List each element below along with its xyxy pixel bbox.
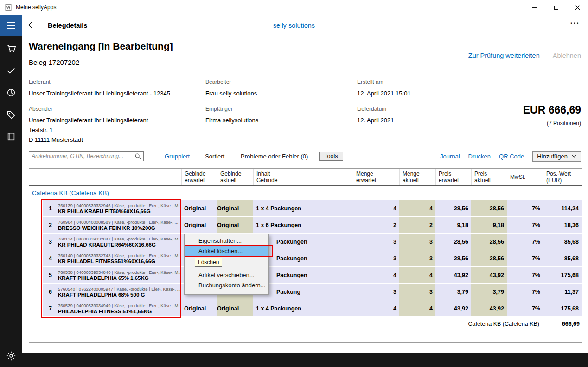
menu-item-artikel-verschieben[interactable]: Artikel verschieben... xyxy=(185,270,268,280)
filter-gruppiert[interactable]: Gruppiert xyxy=(165,153,190,160)
cell-preis-aktuell[interactable]: 28,56 xyxy=(471,250,507,267)
article-description: 760140 | 04000339332748 | Käse, -produkt… xyxy=(56,250,181,267)
menu-item-buchungskonto-aendern[interactable]: Buchungskonto ändern... xyxy=(185,280,268,291)
pie-chart-icon xyxy=(6,88,16,98)
close-button[interactable] xyxy=(567,0,588,15)
app-icon xyxy=(5,4,12,11)
cell-preis-aktuell[interactable]: 3,79 xyxy=(471,284,507,300)
row-number: 2 xyxy=(43,217,56,234)
row-number: 6 xyxy=(43,284,56,300)
hinzufuegen-button[interactable]: Hinzufügen xyxy=(532,151,581,162)
cell-inhalt-gebinde: 1 x 6 Packungen xyxy=(253,217,353,234)
cell-mwst: 7% xyxy=(507,250,543,267)
sidebar-item-einstellungen[interactable] xyxy=(0,347,22,365)
more-button[interactable]: ... xyxy=(570,17,580,26)
footer-group-total: 666,69 xyxy=(544,321,582,327)
cell-menge-aktuell[interactable]: 3 xyxy=(399,284,435,300)
header-gebinde-erwartet: Gebinde erwartet xyxy=(181,169,217,185)
forward-for-review-link[interactable]: Zur Prüfung weiterleiten xyxy=(468,52,540,59)
cell-gebinde-aktuell[interactable]: Original xyxy=(217,300,253,317)
row-gutter xyxy=(29,200,43,217)
group-header[interactable]: Cafeteria KB (Cafeteria KB) xyxy=(29,186,582,200)
sidebar-item-aufgaben[interactable] xyxy=(0,61,22,80)
check-icon xyxy=(6,65,16,76)
chevron-down-icon xyxy=(572,155,576,158)
table-footer: Cafeteria KB (Cafeteria KB) 666,69 xyxy=(29,317,582,331)
reject-link[interactable]: Ablehnen xyxy=(553,52,581,59)
cell-menge-aktuell[interactable]: 2 xyxy=(399,217,435,234)
drucken-link[interactable]: Drucken xyxy=(468,153,491,160)
header-gebinde-aktuell: Gebinde aktuell xyxy=(217,169,253,185)
cell-menge-aktuell[interactable]: 4 xyxy=(399,300,435,317)
field-label: Bearbeiter xyxy=(205,79,257,85)
cell-menge-aktuell[interactable]: 4 xyxy=(399,200,435,217)
footer-group-label: Cafeteria KB (Cafeteria KB) xyxy=(29,321,544,327)
row-number: 4 xyxy=(43,250,56,267)
document-total: EUR 666,69 (7 Positionen) xyxy=(523,104,581,127)
cell-preis-aktuell[interactable]: 9,18 xyxy=(471,217,507,234)
positions-count: (7 Positionen) xyxy=(523,120,581,127)
cell-preis-erwartet: 3,79 xyxy=(435,284,471,300)
table-row[interactable]: 7 760539 | 04000339034949 | Käse, -produ… xyxy=(29,300,582,317)
cell-preis-aktuell[interactable]: 28,56 xyxy=(471,234,507,250)
cell-preis-aktuell[interactable]: 28,56 xyxy=(471,200,507,217)
tools-button[interactable]: Tools xyxy=(319,152,343,161)
field-lieferdatum: Lieferdatum 12. April 2021 xyxy=(357,106,394,125)
cell-preis-aktuell[interactable]: 43,92 xyxy=(471,300,507,317)
field-absender: Absender Unser Trainingslieferant Ihr Li… xyxy=(29,106,148,145)
menu-item-eigenschaften[interactable]: Eigenschaften... xyxy=(185,236,268,246)
cell-pos-wert: 85,68 xyxy=(543,250,582,267)
cell-gebinde-aktuell[interactable]: Original xyxy=(217,200,253,217)
search-input[interactable] xyxy=(32,153,134,159)
absender-line: Unser Trainingslieferant Ihr Lieblingsli… xyxy=(29,115,148,125)
field-label: Erstellt am xyxy=(357,79,411,85)
article-name: KR PHILADEL FITNESS51%60X16,66G xyxy=(58,259,181,264)
cell-menge-aktuell[interactable]: 3 xyxy=(399,234,435,250)
qr-code-link[interactable]: QR Code xyxy=(499,153,524,160)
table-row[interactable]: 5 760538 | 04000339034840 | Käse, -produ… xyxy=(29,267,582,284)
cell-mwst: 7% xyxy=(507,284,543,300)
cell-menge-aktuell[interactable]: 4 xyxy=(399,267,435,284)
cell-pos-wert: 114,24 xyxy=(543,200,582,217)
row-gutter xyxy=(29,267,43,284)
row-number: 3 xyxy=(43,234,56,250)
header-pos-wert: Pos.-Wert (EUR) xyxy=(543,169,582,185)
minimize-icon xyxy=(532,7,537,8)
cell-pos-wert: 85,68 xyxy=(543,234,582,250)
app-window: Meine sellyApps Belegdetails selly solut… xyxy=(0,0,588,367)
sidebar-item-warenkorb[interactable] xyxy=(0,39,22,58)
cell-preis-aktuell[interactable]: 43,92 xyxy=(471,267,507,284)
close-icon xyxy=(575,5,580,10)
table-row[interactable]: 3 760134 | 04000339332847 | Käse, -produ… xyxy=(29,234,582,250)
cell-menge-aktuell[interactable]: 3 xyxy=(399,250,435,267)
search-icon[interactable] xyxy=(134,153,141,159)
filter-sortiert[interactable]: Sortiert xyxy=(205,153,224,160)
article-name: BRESSO WEICHKA FEIN KR 10%200G xyxy=(58,225,181,231)
search-box xyxy=(29,151,144,161)
header-gutter xyxy=(29,169,43,185)
table-row[interactable]: 1 760139 | 04000339332946 | Käse, -produ… xyxy=(29,200,582,217)
table-row[interactable]: 2 760984 | 04000400008589 | Käse, -produ… xyxy=(29,217,582,234)
cart-icon xyxy=(6,44,16,54)
cell-gebinde-aktuell[interactable]: Original xyxy=(217,217,253,234)
menu-item-artikel-loeschen[interactable]: Artikel löschen... xyxy=(185,246,268,256)
minimize-button[interactable] xyxy=(524,0,545,15)
sidebar-item-katalog[interactable] xyxy=(0,127,22,146)
filter-probleme-fehler[interactable]: Probleme oder Fehler (0) xyxy=(241,153,308,160)
field-lieferant: Lieferant Unser Trainingslieferant Ihr L… xyxy=(29,79,170,98)
cell-mwst: 7% xyxy=(507,217,543,234)
article-meta: 760139 | 04000339332946 | Käse, -produkt… xyxy=(58,203,181,208)
article-name: KRAFT PHILADELPHIA 65% 1,65KG xyxy=(58,275,181,281)
field-label: Lieferdatum xyxy=(357,106,394,112)
table-row[interactable]: 6 5760540 | 07622400005947 | Käse, -prod… xyxy=(29,284,582,300)
divider xyxy=(29,72,581,72)
table-row[interactable]: 4 760140 | 04000339332748 | Käse, -produ… xyxy=(29,250,582,267)
journal-link[interactable]: Journal xyxy=(440,153,460,160)
sidebar-item-auswertungen[interactable] xyxy=(0,83,22,102)
cell-inhalt-gebinde: 1 x 4 Packungen xyxy=(253,300,353,317)
maximize-button[interactable] xyxy=(545,0,567,15)
row-number: 5 xyxy=(43,267,56,284)
sidebar-item-preise[interactable] xyxy=(0,106,22,124)
cell-preis-erwartet: 43,92 xyxy=(435,300,471,317)
article-name: KRAFT PHILADELPHIA 68% 500 G xyxy=(58,292,181,297)
